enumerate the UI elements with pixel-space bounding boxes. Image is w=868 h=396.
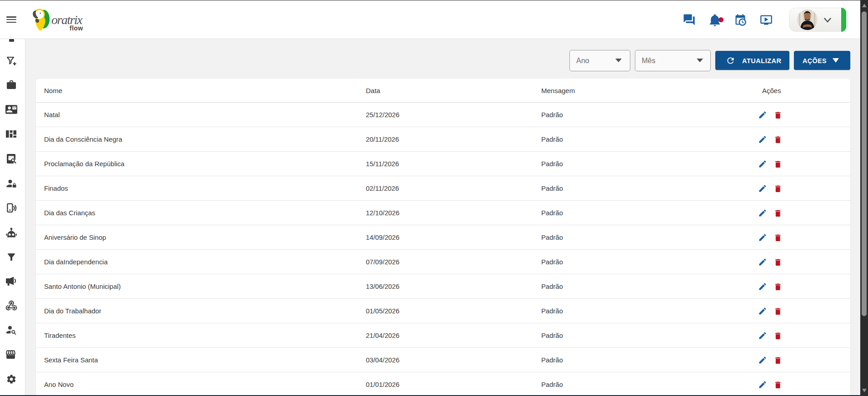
svg-text:flow: flow bbox=[70, 25, 83, 32]
